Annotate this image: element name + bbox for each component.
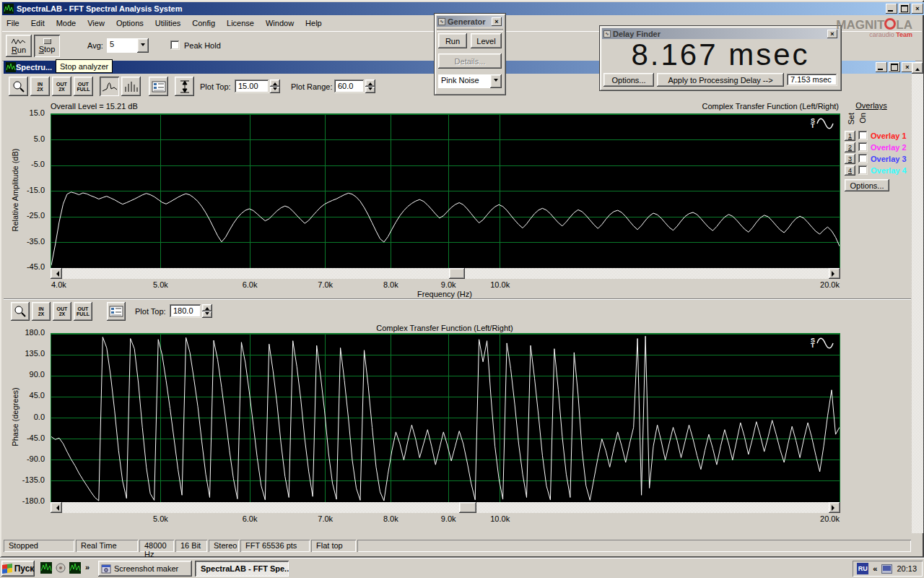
scrollbar-thumb[interactable] (459, 502, 476, 513)
windows-logo-icon (2, 564, 12, 574)
scroll-right-button[interactable] (829, 502, 840, 513)
zoom-cursor-button[interactable] (9, 77, 28, 96)
plot-top-field[interactable]: 15.00 (235, 79, 269, 93)
overlay-set-button-2[interactable]: 2 (845, 142, 855, 152)
delay-apply-button[interactable]: Apply to Processing Delay --> (657, 73, 784, 87)
zoom-out-full-button[interactable]: OUTFULL (74, 77, 93, 96)
generator-signal-combo[interactable]: Pink Noise (438, 74, 502, 88)
avg-label: Avg: (87, 41, 103, 50)
overlay-on-checkbox-1[interactable] (858, 131, 868, 140)
clock[interactable]: 20:13 (897, 564, 917, 573)
scroll-right-button[interactable] (829, 268, 840, 279)
generator-run-button[interactable]: Run (438, 33, 467, 48)
bar-plot-mode-button[interactable] (121, 77, 141, 96)
display-options-button[interactable] (149, 77, 168, 96)
zoom-in-2x-icon: IN2X (38, 306, 45, 316)
x-tick-label: 20.0k (820, 514, 840, 523)
plot-top-spinner-2[interactable] (202, 304, 212, 318)
y-tick-label: 45.0 (30, 392, 45, 400)
spin-down-icon (273, 87, 277, 92)
zoom-out-2x-button[interactable]: OUT2X (52, 77, 71, 96)
menu-edit[interactable]: Edit (31, 17, 51, 30)
settings-list-icon (109, 306, 123, 317)
avg-combo-arrow[interactable] (137, 38, 149, 53)
zoom-cursor-button-2[interactable] (11, 302, 30, 321)
y-tick-label: 135.0 (25, 349, 45, 358)
magnifier-icon (14, 305, 27, 318)
avg-combo[interactable]: 5 (107, 38, 149, 53)
spectrum-maximize-button[interactable] (889, 62, 900, 72)
overlay-set-button-4[interactable]: 4 (845, 165, 855, 176)
overlay-on-checkbox-3[interactable] (858, 154, 868, 163)
spectrum-minimize-button[interactable] (876, 62, 887, 72)
close-icon: × (905, 64, 909, 71)
spectrum-time-toggle-icon[interactable]: ST (811, 118, 834, 129)
display-options-button-2[interactable] (107, 302, 126, 321)
phase-plot[interactable]: ST (51, 333, 840, 503)
plot-range-field[interactable]: 60.0 (334, 79, 365, 93)
close-button[interactable]: × (912, 4, 923, 14)
menu-options[interactable]: Options (116, 17, 150, 30)
overlay-on-checkbox-2[interactable] (858, 142, 868, 152)
run-label: Run (12, 46, 26, 54)
desktop: SpectraLAB - FFT Spectral Analysis Syste… (0, 0, 924, 578)
zoom-out-full-button-2[interactable]: OUTFULL (74, 302, 92, 321)
plot-top-field-2[interactable]: 180.0 (170, 304, 201, 318)
menu-config[interactable]: Config (192, 17, 222, 30)
start-label: Пуск (14, 564, 35, 574)
menu-mode[interactable]: Mode (56, 17, 83, 30)
scroll-left-button[interactable] (51, 502, 62, 513)
menu-utilities[interactable]: Utilities (155, 17, 187, 30)
plot-top-spinner[interactable] (270, 79, 280, 93)
menu-file[interactable]: File (6, 17, 26, 30)
tray-chevron[interactable]: « (873, 564, 877, 573)
delay-options-button[interactable]: Options... (603, 73, 654, 87)
menu-window[interactable]: Window (266, 17, 300, 30)
menu-license[interactable]: License (227, 17, 261, 30)
v-scrollbar[interactable] (912, 62, 923, 533)
y-tick-label: -135.0 (22, 475, 45, 484)
delay-msec-field[interactable]: 7.153 msec (787, 74, 837, 86)
plot-range-spinner[interactable] (365, 79, 375, 93)
maximize-button[interactable] (899, 4, 910, 14)
autoscale-range-button[interactable] (175, 77, 194, 96)
task-screenshot-maker[interactable]: Screenshot maker (98, 561, 192, 577)
line-plot-mode-button[interactable] (100, 77, 119, 96)
screenshot-maker-icon (101, 564, 111, 574)
menu-help[interactable]: Help (305, 17, 328, 30)
tray-display-icon[interactable] (881, 564, 892, 574)
phase-h-scrollbar[interactable] (51, 502, 840, 513)
overlay-set-button-1[interactable]: 1 (845, 131, 855, 141)
zoom-in-2x-button-2[interactable]: IN2X (32, 302, 51, 321)
menu-view[interactable]: View (87, 17, 111, 30)
peak-hold-checkbox[interactable] (170, 40, 180, 50)
scroll-up-button[interactable] (912, 62, 923, 74)
overlay-on-checkbox-4[interactable] (858, 165, 868, 175)
scroll-left-button[interactable] (51, 268, 62, 279)
overlays-options-button[interactable]: Options... (845, 179, 889, 191)
zoom-out-full-icon: OUTFULL (77, 306, 90, 316)
delay-finder-close-button[interactable]: × (827, 30, 837, 38)
minimize-button[interactable] (886, 4, 897, 14)
quicklaunch-round-icon[interactable] (55, 562, 67, 574)
amplitude-h-scrollbar[interactable] (51, 268, 840, 279)
quicklaunch-chevron[interactable]: » (85, 563, 90, 571)
generator-level-button[interactable]: Level (471, 33, 502, 48)
spin-down-icon (368, 87, 372, 92)
spectrum-time-toggle-icon[interactable]: ST (811, 337, 834, 349)
generator-details-button[interactable]: Details... (438, 53, 502, 69)
task-spectralab[interactable]: SpectraLAB - FFT Spe... (195, 561, 289, 577)
quicklaunch-spectralab2-icon[interactable] (69, 562, 82, 574)
zoom-out-2x-button-2[interactable]: OUT2X (53, 302, 71, 321)
stop-button[interactable]: Stop (34, 35, 60, 57)
scrollbar-thumb[interactable] (449, 268, 465, 279)
generator-close-button[interactable]: × (492, 17, 502, 26)
zoom-in-2x-button[interactable]: IN2X (30, 77, 50, 96)
language-indicator[interactable]: RU (857, 563, 868, 574)
quicklaunch-spectralab-icon[interactable] (40, 562, 53, 574)
overlay-set-button-3[interactable]: 3 (845, 154, 855, 164)
amplitude-plot[interactable]: ST (51, 113, 840, 269)
start-button[interactable]: Пуск (1, 561, 35, 577)
generator-combo-arrow[interactable] (490, 74, 502, 88)
run-button[interactable]: Run (6, 35, 32, 57)
